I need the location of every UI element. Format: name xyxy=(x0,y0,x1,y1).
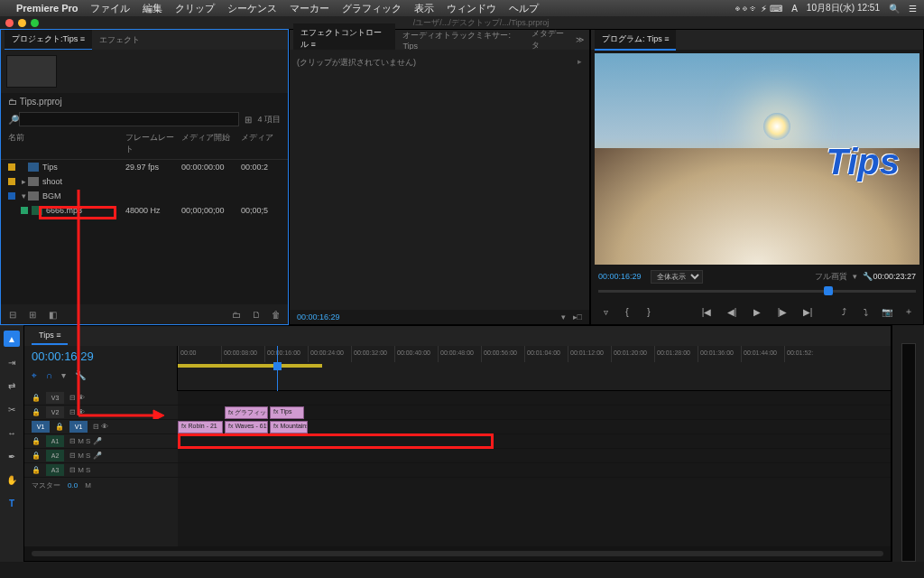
lift-icon[interactable]: ⤴ xyxy=(836,304,851,319)
add-marker-icon[interactable]: ▿ xyxy=(598,304,613,319)
tab-project[interactable]: プロジェクト:Tips ≡ xyxy=(5,30,92,51)
program-duration: 00:00:23:27 xyxy=(873,272,916,281)
folder-icon xyxy=(28,177,39,186)
program-viewer[interactable]: Tips xyxy=(595,53,919,265)
razor-tool[interactable]: ✂ xyxy=(4,401,20,417)
tab-effects[interactable]: エフェクト xyxy=(92,31,147,50)
track-v1[interactable]: V1 xyxy=(69,421,88,433)
project-columns: 名前 フレームレート メディア開始 メディア xyxy=(1,128,288,160)
program-tc[interactable]: 00:00:16:29 xyxy=(598,272,642,281)
menu-view[interactable]: 表示 xyxy=(414,2,434,15)
link-icon[interactable]: ∩ xyxy=(46,370,52,381)
track-a1[interactable]: A1 xyxy=(46,435,64,447)
new-bin-icon[interactable]: 🗀 xyxy=(230,308,243,321)
minimize-icon[interactable] xyxy=(18,19,26,27)
settings-icon[interactable]: 🔧 xyxy=(863,272,873,281)
track-v3[interactable]: V3 xyxy=(46,392,64,404)
tool-palette: ▲ ⇥ ⇄ ✂ ↔ ✒ ✋ T xyxy=(0,325,23,562)
list-view-icon[interactable]: ⊟ xyxy=(6,308,19,321)
clock: 10月8日(水) 12:51 xyxy=(807,2,880,14)
track-a3[interactable]: A3 xyxy=(46,464,64,476)
effect-controls-panel: エフェクトコントロール ≡ オーディオトラックミキサー: Tips メタデータ … xyxy=(289,29,590,325)
step-back-icon[interactable]: ◀| xyxy=(725,304,739,319)
new-item-icon[interactable]: 🗋 xyxy=(250,308,263,321)
track-a2[interactable]: A2 xyxy=(46,450,64,461)
project-filename: Tips.prproj xyxy=(20,97,62,107)
project-footer: ⊟ ⊞ ◧ 🗀 🗋 🗑 xyxy=(1,304,288,324)
track-v2[interactable]: V2 xyxy=(46,406,64,418)
folder-icon: 🗀 xyxy=(8,97,17,107)
filter-icon[interactable]: ⊞ xyxy=(245,115,252,125)
clip-waves[interactable]: fxWaves - 61949.m xyxy=(225,421,268,434)
slip-tool[interactable]: ↔ xyxy=(4,424,20,441)
pen-tool[interactable]: ✒ xyxy=(4,448,20,464)
zoom-scrollbar[interactable] xyxy=(32,551,883,556)
project-item-folder-bgm[interactable]: ▾BGM xyxy=(1,189,288,203)
work-area-bar[interactable] xyxy=(178,364,322,368)
fit-select[interactable]: 全体表示 xyxy=(651,270,703,284)
freeform-view-icon[interactable]: ◧ xyxy=(46,308,59,321)
program-transport: ▿ { } |◀ ◀| ▶ |▶ ▶| ⤴ ⤵ 📷 ＋ xyxy=(591,299,923,324)
hand-tool[interactable]: ✋ xyxy=(4,471,20,488)
folder-icon xyxy=(28,191,39,200)
ripple-tool[interactable]: ⇄ xyxy=(4,378,20,394)
control-center-icon[interactable]: ☰ xyxy=(909,4,917,14)
clip-graphic[interactable]: fxグラフィック xyxy=(225,406,268,419)
status-icons: ◉ ◎ ᯤ ⚡︎ ⌨︎ xyxy=(735,4,782,14)
menu-help[interactable]: ヘルプ xyxy=(509,2,539,15)
effect-toggle-icon[interactable]: ▾ xyxy=(561,312,566,322)
clip-robin[interactable]: fxRobin - 21 xyxy=(178,421,223,434)
timeline-seq-tab[interactable]: Tips ≡ xyxy=(32,327,68,345)
track-headers: 🔒V3⊟ 👁 🔒V2⊟ 👁 V1🔒V1⊟ 👁 🔒A1⊟ M S 🎤 🔒A2⊟ M… xyxy=(24,391,178,546)
timeline-tc[interactable]: 00:00:16:29 xyxy=(24,346,177,367)
menu-edit[interactable]: 編集 xyxy=(143,2,162,15)
project-item-folder-shoot[interactable]: ▸shoot xyxy=(1,174,288,189)
selection-tool[interactable]: ▲ xyxy=(4,331,20,347)
snap-icon[interactable]: ⌖ xyxy=(32,370,37,381)
menu-graphic[interactable]: グラフィック xyxy=(342,2,402,15)
sequence-icon xyxy=(28,163,39,172)
menu-window[interactable]: ウィンドウ xyxy=(447,2,496,15)
extract-icon[interactable]: ⤵ xyxy=(858,304,873,319)
project-item-audio[interactable]: 6666.mp3 48000 Hz 00;00;00;00 00;00;5 xyxy=(1,203,288,218)
timeline-panel: Tips ≡ 00:00:16:29 ⌖ ∩ ▾ 🔧 00:0000:00:08… xyxy=(23,325,892,562)
clip-tips-title[interactable]: fxTips xyxy=(270,406,304,419)
track-select-tool[interactable]: ⇥ xyxy=(4,354,20,370)
project-item-sequence[interactable]: Tips 29.97 fps 00:00:00:00 00:00:2 xyxy=(1,160,288,174)
app-name[interactable]: Premiere Pro xyxy=(16,3,78,14)
menu-clip[interactable]: クリップ xyxy=(175,2,215,15)
icon-view-icon[interactable]: ⊞ xyxy=(26,308,39,321)
spotlight-icon[interactable]: 🔍 xyxy=(889,4,900,14)
menu-marker[interactable]: マーカー xyxy=(290,2,329,15)
effect-wrench-icon[interactable]: ▸□ xyxy=(573,312,582,322)
step-fwd-icon[interactable]: |▶ xyxy=(775,304,790,319)
export-frame-icon[interactable]: 📷 xyxy=(880,304,894,319)
item-count: 4 項目 xyxy=(257,114,281,126)
tab-program[interactable]: プログラム: Tips ≡ xyxy=(595,30,676,51)
mark-in-icon[interactable]: { xyxy=(620,304,634,319)
clip-mountains[interactable]: fxMountains xyxy=(270,421,308,434)
trash-icon[interactable]: 🗑 xyxy=(270,308,282,321)
panel-menu-icon[interactable]: ≫ xyxy=(576,35,584,44)
mark-out-icon[interactable]: } xyxy=(642,304,656,319)
button-editor-icon[interactable]: ＋ xyxy=(901,304,916,319)
go-out-icon[interactable]: ▶| xyxy=(800,304,815,319)
close-icon[interactable] xyxy=(5,19,14,27)
marker-icon[interactable]: ▾ xyxy=(61,370,66,381)
settings-icon[interactable]: 🔧 xyxy=(75,370,86,381)
ime-indicator[interactable]: A xyxy=(791,4,798,14)
menu-file[interactable]: ファイル xyxy=(90,2,130,15)
track-area[interactable]: fxグラフィック fxTips fxRobin - 21 fxWaves - 6… xyxy=(178,391,891,546)
overlay-title-text: Tips xyxy=(826,142,900,182)
quality-label[interactable]: フル画質 xyxy=(815,271,847,283)
program-scrubber[interactable] xyxy=(591,284,923,299)
play-icon[interactable]: ▶ xyxy=(750,304,764,319)
menu-sequence[interactable]: シーケンス xyxy=(227,2,277,15)
preview-thumbnail xyxy=(6,55,57,88)
project-search-input[interactable] xyxy=(19,112,239,126)
go-in-icon[interactable]: |◀ xyxy=(699,304,714,319)
type-tool[interactable]: T xyxy=(4,495,20,511)
audio-meters xyxy=(892,325,924,562)
zoom-icon[interactable] xyxy=(31,19,39,27)
timeline-ruler[interactable]: 00:0000:00:08:0000:00:16:0000:00:24:0000… xyxy=(178,346,891,391)
